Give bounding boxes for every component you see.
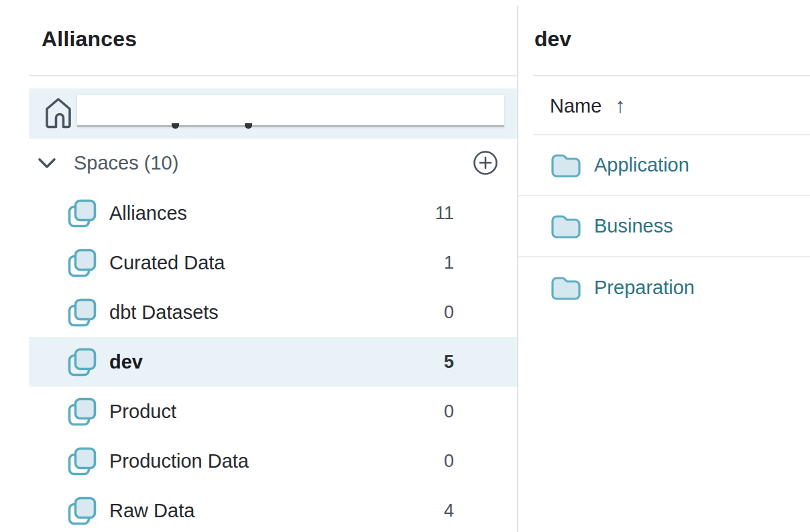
spaces-section-label: Spaces (10) <box>74 152 178 174</box>
space-item[interactable]: Curated Data 1 <box>29 238 517 287</box>
divider <box>533 75 810 76</box>
folder-icon <box>551 276 581 300</box>
redacted-text-descender <box>172 123 179 129</box>
space-icon <box>67 446 97 476</box>
space-label: Product <box>109 401 176 423</box>
home-icon <box>45 97 72 129</box>
space-item[interactable]: Product 0 <box>29 387 517 436</box>
add-space-button[interactable] <box>473 150 498 176</box>
spaces-sidebar: Alliances Spaces (10) <box>0 0 517 532</box>
space-icon <box>67 198 97 228</box>
space-icon <box>67 496 97 526</box>
space-icon <box>67 347 97 377</box>
folder-row[interactable]: Application <box>518 135 810 196</box>
space-label: Raw Data <box>109 500 194 522</box>
page-title: dev <box>534 27 571 52</box>
space-label: Alliances <box>109 202 187 224</box>
dataset-count: 0 <box>444 401 454 422</box>
dataset-count: 5 <box>444 352 454 373</box>
folder-row[interactable]: Business <box>518 196 810 257</box>
space-item[interactable]: Alliances 11 <box>29 188 517 238</box>
spaces-section-header: Spaces (10) <box>29 146 517 180</box>
home-link[interactable] <box>29 88 517 139</box>
chevron-down-icon[interactable] <box>38 157 56 170</box>
dataset-count: 4 <box>444 501 454 521</box>
space-icon <box>67 248 97 278</box>
dataset-count: 11 <box>435 203 454 224</box>
space-icon <box>67 297 97 328</box>
folder-link[interactable]: Business <box>594 215 673 237</box>
redacted-text <box>77 95 504 127</box>
folder-link[interactable]: Application <box>594 154 689 176</box>
name-column-header[interactable]: Name ↑ <box>550 94 626 118</box>
divider <box>29 75 517 76</box>
sidebar-title: Alliances <box>42 27 137 52</box>
space-label: dbt Datasets <box>109 302 219 324</box>
space-item[interactable]: dbt Datasets 0 <box>29 287 517 337</box>
sort-ascending-icon: ↑ <box>615 94 626 118</box>
dataset-count: 1 <box>444 253 454 273</box>
folder-icon <box>551 153 581 178</box>
folder-icon <box>551 214 581 239</box>
space-label: Curated Data <box>109 252 225 274</box>
name-column-label: Name <box>550 95 601 117</box>
space-contents-panel: dev Name ↑ Application Business Preparat… <box>518 0 810 532</box>
space-item[interactable]: Production Data 0 <box>29 436 517 486</box>
folder-list: Application Business Preparation <box>518 135 810 318</box>
folder-link[interactable]: Preparation <box>594 277 695 299</box>
redacted-text-descender <box>245 123 252 129</box>
space-label: dev <box>109 351 143 373</box>
dataset-count: 0 <box>444 302 454 323</box>
space-list: Alliances 11 Curated Data 1 dbt Datasets… <box>29 188 517 532</box>
space-item[interactable]: Raw Data 4 <box>29 486 517 532</box>
app-window: Alliances Spaces (10) <box>0 0 810 532</box>
folder-row[interactable]: Preparation <box>518 257 810 318</box>
space-icon <box>67 397 97 427</box>
plus-circle-icon <box>473 150 498 176</box>
space-item[interactable]: dev 5 <box>29 337 517 387</box>
dataset-count: 0 <box>444 451 454 472</box>
space-label: Production Data <box>109 450 249 472</box>
